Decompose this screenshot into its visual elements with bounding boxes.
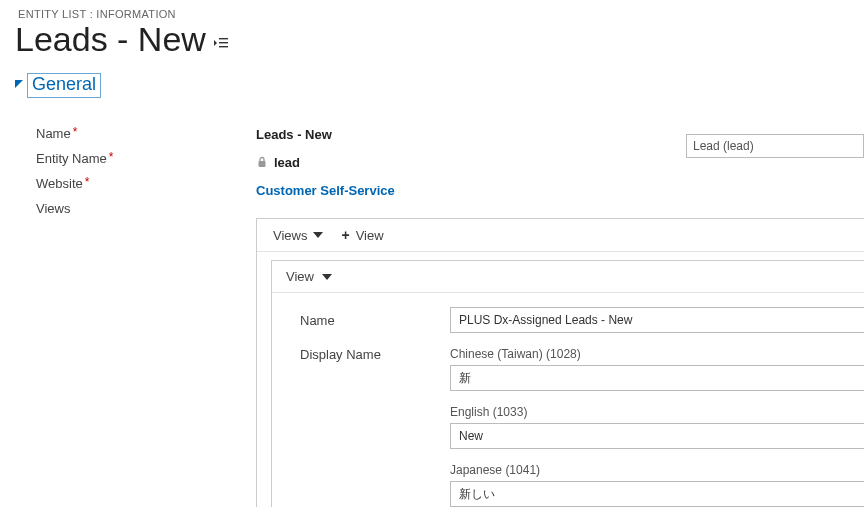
- field-label-website: Website*: [36, 176, 256, 191]
- svg-marker-3: [214, 40, 217, 46]
- caret-down-icon: [322, 274, 332, 280]
- lang-input-en[interactable]: [450, 423, 864, 449]
- svg-marker-4: [15, 80, 23, 88]
- views-dropdown[interactable]: Views: [273, 228, 323, 243]
- display-name-label: Display Name: [300, 347, 450, 362]
- views-subgrid: Views + View View Name: [256, 218, 864, 507]
- website-link[interactable]: Customer Self-Service: [256, 183, 395, 198]
- lang-label-en: English (1033): [450, 405, 864, 419]
- entity-name-value: lead: [274, 155, 300, 170]
- lang-label-ja: Japanese (1041): [450, 463, 864, 477]
- lang-input-ja[interactable]: [450, 481, 864, 507]
- field-label-views: Views: [36, 201, 256, 216]
- view-record-header[interactable]: View: [272, 261, 864, 293]
- section-label: General: [27, 73, 101, 98]
- lang-input-zh[interactable]: [450, 365, 864, 391]
- svg-rect-2: [219, 46, 228, 47]
- view-name-label: Name: [300, 313, 450, 328]
- lock-icon: [256, 156, 268, 168]
- field-label-entity-name: Entity Name*: [36, 151, 256, 166]
- section-header-general[interactable]: General: [0, 73, 864, 108]
- plus-icon: +: [341, 227, 349, 243]
- lang-label-zh: Chinese (Taiwan) (1028): [450, 347, 864, 361]
- field-label-name: Name*: [36, 126, 256, 141]
- caret-down-icon: [15, 78, 25, 93]
- title-menu-icon[interactable]: [214, 37, 228, 49]
- page-title-row: Leads - New: [0, 20, 864, 73]
- entity-lookup-input[interactable]: [686, 134, 864, 158]
- svg-rect-5: [259, 161, 266, 167]
- name-value[interactable]: Leads - New: [256, 127, 332, 142]
- labels-column: Name* Entity Name* Website* Views: [36, 108, 256, 507]
- svg-rect-0: [219, 38, 228, 39]
- view-name-input[interactable]: [450, 307, 864, 333]
- caret-down-icon: [313, 232, 323, 238]
- svg-rect-1: [219, 42, 228, 43]
- values-column: Leads - New lead Customer Self-Service V…: [256, 108, 864, 507]
- views-toolbar: Views + View: [257, 219, 864, 252]
- view-record-panel: View Name Display Name Chinese (Taiwan) …: [271, 260, 864, 507]
- add-view-button[interactable]: + View: [341, 227, 383, 243]
- page-title: Leads - New: [15, 20, 206, 59]
- breadcrumb: ENTITY LIST : INFORMATION: [0, 0, 864, 20]
